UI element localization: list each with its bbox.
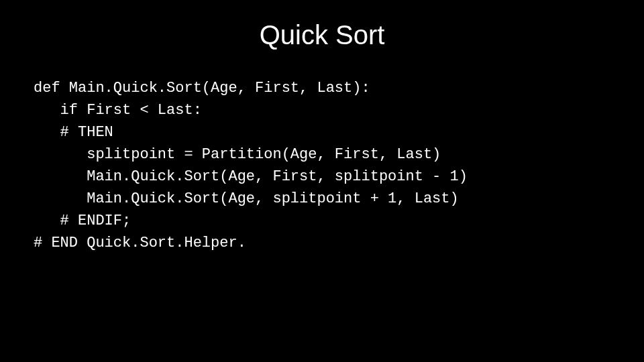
code-line: def Main.Quick.Sort(Age, First, Last): xyxy=(34,80,370,97)
code-line: Main.Quick.Sort(Age, splitpoint + 1, Las… xyxy=(34,190,459,207)
slide: Quick Sort def Main.Quick.Sort(Age, Firs… xyxy=(0,0,644,362)
code-line: if First < Last: xyxy=(34,102,202,119)
code-line: splitpoint = Partition(Age, First, Last) xyxy=(34,146,441,163)
code-line: # ENDIF; xyxy=(34,213,131,229)
code-block: def Main.Quick.Sort(Age, First, Last): i… xyxy=(34,77,610,254)
code-line: Main.Quick.Sort(Age, First, splitpoint -… xyxy=(34,168,468,185)
slide-title: Quick Sort xyxy=(34,20,610,50)
code-line: # END Quick.Sort.Helper. xyxy=(34,235,246,251)
code-line: # THEN xyxy=(34,124,113,141)
